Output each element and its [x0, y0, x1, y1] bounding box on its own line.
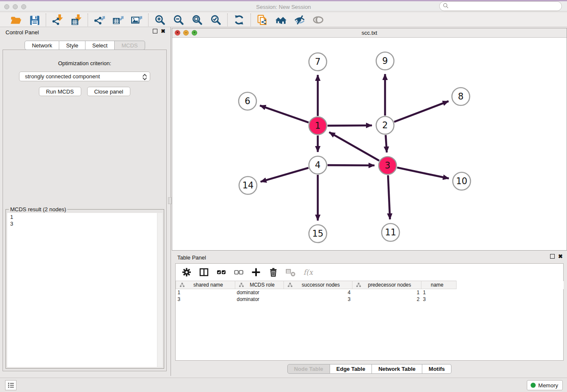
zoom-fit-icon[interactable]: [192, 14, 203, 25]
node-4[interactable]: 4: [309, 156, 327, 174]
search-input[interactable]: [451, 3, 561, 10]
toolbar-group: [4, 14, 46, 25]
unselect-all-icon[interactable]: [234, 267, 244, 277]
cell-name[interactable]: 3: [421, 296, 457, 303]
close-panel-icon[interactable]: ✖: [161, 29, 165, 33]
node-6[interactable]: 6: [239, 92, 256, 110]
cell-MCDS-role[interactable]: dominator: [235, 289, 284, 296]
edge-3-1[interactable]: [329, 132, 379, 160]
zoom-selected-icon[interactable]: [210, 14, 221, 25]
node-10[interactable]: 10: [453, 172, 471, 190]
svg-text:9: 9: [382, 56, 388, 66]
cell-predecessor-nodes[interactable]: 2: [352, 296, 421, 303]
close-panel-button[interactable]: Close panel: [87, 87, 131, 96]
export-table-icon[interactable]: [113, 14, 124, 25]
node-15[interactable]: 15: [309, 225, 327, 243]
network-window-title: scc.txt: [172, 30, 567, 36]
table-row[interactable]: 3dominator323: [176, 296, 564, 303]
cell-shared-name[interactable]: 3: [176, 296, 235, 303]
select-all-icon[interactable]: [216, 267, 226, 277]
column-header-predecessor-nodes[interactable]: predecessor nodes: [352, 281, 421, 289]
tab-network[interactable]: Network: [25, 41, 59, 50]
control-panel: Control Panel ✖ NetworkStyleSelectMCDS O…: [0, 27, 170, 376]
node-1[interactable]: 1: [309, 117, 327, 135]
close-table-panel-icon[interactable]: ✖: [558, 254, 563, 259]
column-header-name[interactable]: name: [421, 281, 457, 289]
edge-2-3[interactable]: [385, 135, 387, 152]
import-network-icon[interactable]: [52, 14, 63, 25]
delete-row-icon[interactable]: [268, 267, 278, 277]
node-7[interactable]: 7: [309, 53, 327, 71]
column-header-MCDS-role[interactable]: MCDS role: [235, 281, 284, 289]
table-row[interactable]: 1dominator411: [176, 289, 564, 296]
clone-network-icon[interactable]: [257, 14, 268, 25]
export-network-icon[interactable]: [94, 14, 105, 25]
edge-2-8[interactable]: [394, 101, 449, 122]
network-home-icon[interactable]: [275, 14, 286, 25]
tab-style[interactable]: Style: [59, 41, 85, 50]
network-window-titlebar[interactable]: ✕ − + scc.txt: [172, 28, 567, 38]
mcds-result-scrollbar[interactable]: [157, 213, 162, 367]
table-panel: Table Panel ✖ f(x) shared nameMCDS roles…: [172, 252, 567, 376]
hide-graphics-icon[interactable]: [294, 14, 305, 25]
mcds-result-legend: MCDS result (2 nodes): [9, 206, 67, 213]
add-column-icon[interactable]: [251, 267, 261, 277]
cell-MCDS-role[interactable]: dominator: [235, 296, 284, 303]
node-2[interactable]: 2: [376, 116, 394, 134]
mcds-panel: Optimization criterion: strongly connect…: [3, 50, 167, 371]
search-icon: [443, 3, 449, 10]
node-3[interactable]: 3: [379, 157, 396, 174]
cell-predecessor-nodes[interactable]: 1: [352, 289, 421, 296]
tab-mcds[interactable]: MCDS: [115, 41, 145, 50]
cell-name[interactable]: 1: [421, 289, 457, 296]
tab-network-table[interactable]: Network Table: [372, 364, 422, 374]
cell-successor-nodes[interactable]: 4: [284, 289, 352, 296]
settings-gear-icon[interactable]: [182, 267, 192, 277]
float-table-panel-icon[interactable]: [550, 254, 555, 259]
import-table-icon[interactable]: [71, 14, 82, 25]
svg-text:2: 2: [382, 120, 388, 130]
task-history-button[interactable]: [5, 380, 17, 390]
tab-node-table[interactable]: Node Table: [287, 364, 330, 374]
run-mcds-button[interactable]: Run MCDS: [39, 87, 81, 96]
open-session-icon[interactable]: [10, 14, 21, 25]
edge-1-2[interactable]: [328, 125, 372, 126]
tab-motifs[interactable]: Motifs: [422, 364, 451, 374]
toolbar-group: [88, 14, 148, 25]
show-column-pane-icon[interactable]: [199, 267, 209, 277]
edge-3-10[interactable]: [397, 168, 449, 179]
export-image-icon[interactable]: [131, 14, 142, 25]
column-header-successor-nodes[interactable]: successor nodes: [284, 281, 352, 289]
zoom-in-icon[interactable]: [154, 14, 165, 25]
panel-divider-grip[interactable]: [168, 197, 172, 204]
edge-1-6[interactable]: [260, 105, 308, 122]
float-panel-icon[interactable]: [153, 29, 157, 33]
edge-4-3[interactable]: [328, 165, 374, 166]
edge-4-14[interactable]: [261, 168, 308, 182]
function-builder-icon: f(x): [303, 267, 313, 277]
toolbar-group: [251, 14, 330, 25]
refresh-layout-icon[interactable]: [234, 14, 245, 25]
column-header-shared-name[interactable]: shared name: [176, 281, 235, 289]
tab-select[interactable]: Select: [85, 41, 115, 50]
cell-successor-nodes[interactable]: 3: [284, 296, 352, 303]
network-graph-canvas[interactable]: 7968124314101511: [172, 38, 567, 250]
memory-button[interactable]: Memory: [527, 380, 563, 390]
select-stepper-icon: [141, 73, 148, 83]
node-8[interactable]: 8: [452, 88, 470, 105]
cell-shared-name[interactable]: 1: [176, 289, 235, 296]
memory-status-icon: [531, 383, 536, 388]
node-11[interactable]: 11: [382, 224, 399, 241]
optimization-criterion-select[interactable]: strongly connected component: [19, 72, 150, 81]
table-toolbar: f(x): [176, 264, 563, 281]
toolbar-group: [46, 14, 88, 25]
save-session-icon[interactable]: [29, 14, 40, 25]
mcds-result-text[interactable]: 1 3: [7, 213, 162, 367]
svg-text:7: 7: [315, 57, 320, 67]
edge-3-11[interactable]: [388, 175, 390, 219]
node-14[interactable]: 14: [239, 177, 257, 194]
node-9[interactable]: 9: [376, 52, 394, 70]
tab-edge-table[interactable]: Edge Table: [330, 364, 372, 374]
zoom-out-icon[interactable]: [173, 14, 184, 25]
search-box[interactable]: [439, 1, 562, 11]
